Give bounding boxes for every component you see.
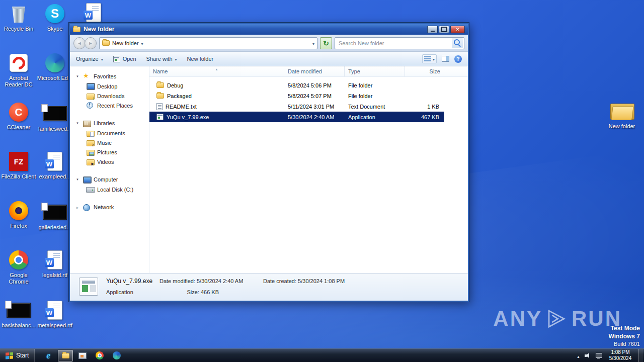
desktop-monitor-icon [86,82,95,90]
address-history-chevron-icon[interactable] [312,40,314,46]
chrome-taskbar-button[interactable] [92,350,107,361]
file-row[interactable]: Packaged 5/8/2024 5:07 PM File folder [149,90,444,101]
sidebar-group-network[interactable]: Network [70,202,149,212]
forward-button[interactable] [85,37,97,49]
expander-icon[interactable] [75,206,80,209]
window-titlebar[interactable]: New folder × [70,24,468,35]
internet-explorer-taskbar-button[interactable] [41,350,56,361]
application-icon [156,114,164,120]
desktop-icon-legalsid[interactable]: legalsid.rtf [36,249,74,279]
desktop-icon-familieswed[interactable]: familieswed... [36,103,74,132]
window-body: Favorites Desktop Downloads Recent Place… [70,66,468,273]
desktop-icon-label: FileZilla Client [0,173,38,180]
desktop-icon-chrome[interactable]: Google Chrome [0,249,38,285]
file-modified: 5/30/2024 2:40 AM [284,114,345,120]
desktop-icon-filezilla[interactable]: FileZilla Client [0,151,38,180]
edge-icon [113,351,121,359]
desktop-icon-exampleed[interactable]: exampleed... [36,151,74,180]
sidebar-item-desktop[interactable]: Desktop [70,81,149,91]
column-header-size[interactable]: Size [405,66,444,76]
sidebar-item-label: Pictures [97,149,117,155]
folder-icon [610,103,633,120]
folder-icon [156,93,164,99]
close-button[interactable]: × [450,26,465,33]
sidebar-item-recent-places[interactable]: Recent Places [70,101,149,110]
chrome-icon [9,250,28,269]
icon-frame [7,249,30,270]
address-bar[interactable]: New folder [99,37,317,49]
sidebar-item-downloads[interactable]: Downloads [70,91,149,101]
expander-icon[interactable] [75,75,80,78]
command-toolbar: Organize Open Share with New folder [70,52,468,66]
preview-pane-button[interactable] [442,56,449,62]
desktop-icon-new-folder[interactable]: New folder [603,101,641,130]
expander-icon[interactable] [75,122,80,125]
search-icon[interactable] [452,38,463,48]
word-document-icon [47,250,62,269]
documents-icon [86,129,95,137]
sidebar-item-local-disk-c[interactable]: Local Disk (C:) [70,185,149,194]
volume-icon[interactable] [585,353,591,358]
desktop-icon-acrobat[interactable]: Acrobat Reader DC [0,52,38,87]
desktop-icon-basisbalanc[interactable]: basisbalanc... [0,300,38,329]
file-type: File folder [345,82,405,88]
desktop-icon-label: Recycle Bin [0,26,38,32]
desktop-icon-skype[interactable]: Skype [36,3,74,32]
maximize-button[interactable] [439,26,449,33]
search-box[interactable] [335,37,464,49]
sidebar-item-documents[interactable]: Documents [70,128,149,138]
chevron-down-icon[interactable] [141,40,143,46]
desktop-icon-recycle-bin[interactable]: Recycle Bin [0,3,38,32]
expander-icon[interactable] [75,178,80,181]
app-window-icon [78,352,87,359]
file-row[interactable]: README.txt 5/11/2024 3:01 PM Text Docume… [149,101,444,112]
show-desktop-button[interactable] [638,349,643,362]
start-button[interactable]: Start [0,349,35,362]
column-header-type[interactable]: Type [345,66,405,76]
search-input[interactable] [339,40,452,46]
folder-icon [62,353,69,358]
explorer-taskbar-button[interactable] [58,350,73,361]
icon-frame [7,151,30,172]
refresh-button[interactable] [320,37,332,49]
desktop-icon-microsoft-edge[interactable]: Microsoft Ed... [36,52,74,81]
details-file-name: YuQu v_7.99.exe [106,278,159,285]
share-with-button[interactable]: Share with [146,56,177,62]
new-folder-button[interactable]: New folder [187,56,214,62]
help-button[interactable] [454,55,462,63]
sidebar-group-favorites[interactable]: Favorites [70,71,149,81]
organize-button[interactable]: Organize [76,56,103,62]
taskbar-clock[interactable]: 1:08 PM 5/30/2024 [607,349,634,361]
file-row[interactable]: Debug 5/8/2024 5:06 PM File folder [149,80,444,90]
column-header-date-modified[interactable]: Date modified [284,66,345,76]
desktop-icon-label: Google Chrome [0,272,38,285]
minimize-button[interactable] [427,26,438,33]
sidebar-group-libraries[interactable]: Libraries [70,118,149,128]
back-button[interactable] [73,37,86,49]
app-taskbar-button[interactable] [75,350,90,361]
icon-frame [43,249,66,270]
sidebar-group-computer[interactable]: Computer [70,174,149,185]
edge-taskbar-button[interactable] [109,350,124,361]
desktop-icon-galleriesled[interactable]: galleriesled... [36,202,74,231]
desktop-icon-metalspeed[interactable]: metalspeed.rtf [36,300,74,329]
open-button[interactable]: Open [113,56,136,62]
clock-date: 5/30/2024 [607,355,634,361]
desktop-icon-document[interactable] [74,2,113,25]
desktop-icon-label: Acrobat Reader DC [0,75,38,87]
desktop-icon-firefox[interactable]: Firefox [0,200,38,229]
chrome-icon [96,351,104,359]
hidden-icons-button[interactable] [577,351,580,360]
network-icon[interactable] [596,353,602,358]
sidebar-item-pictures[interactable]: Pictures [70,147,149,157]
sidebar-item-music[interactable]: Music [70,138,149,147]
desktop-icon-label: Skype [36,26,74,32]
views-button[interactable] [422,54,437,63]
new-folder-label: New folder [187,56,214,62]
desktop-icon-ccleaner[interactable]: CCleaner [0,102,38,131]
file-row-selected[interactable]: YuQu v_7.99.exe 5/30/2024 2:40 AM Applic… [149,112,444,122]
column-header-name[interactable]: Name [149,66,284,76]
column-header-blank[interactable] [444,66,468,76]
sidebar-item-videos[interactable]: Videos [70,157,149,166]
icon-frame [43,52,66,73]
